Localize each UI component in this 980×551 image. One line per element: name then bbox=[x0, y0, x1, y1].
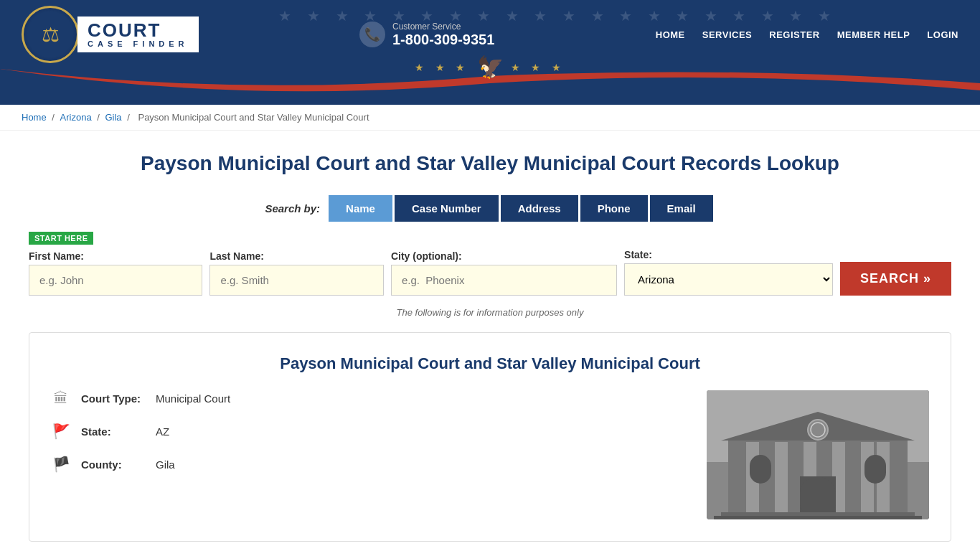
info-note: The following is for information purpose… bbox=[29, 307, 951, 318]
logo-badge-icon: ⚖ bbox=[42, 23, 60, 47]
svg-rect-14 bbox=[750, 455, 771, 484]
stars-right: ★ ★ ★ bbox=[511, 62, 566, 73]
tab-email[interactable]: Email bbox=[650, 195, 713, 222]
eagle-area: ★ ★ ★ 🦅 ★ ★ ★ bbox=[415, 55, 566, 80]
state-value: AZ bbox=[156, 425, 169, 438]
first-name-group: First Name: bbox=[29, 250, 202, 296]
courthouse-svg bbox=[707, 390, 929, 519]
start-here-badge: START HERE bbox=[29, 232, 93, 245]
last-name-group: Last Name: bbox=[209, 250, 383, 296]
state-label-card: State: bbox=[81, 425, 146, 438]
county-row: 🏴 County: Gila bbox=[51, 456, 685, 473]
tab-address[interactable]: Address bbox=[501, 195, 578, 222]
logo-court-text: COURT bbox=[88, 21, 161, 39]
customer-service-info: Customer Service 1-800-309-9351 bbox=[392, 22, 494, 48]
info-card: Payson Municipal Court and Star Valley M… bbox=[29, 332, 951, 542]
tab-name[interactable]: Name bbox=[329, 195, 392, 222]
county-icon: 🏴 bbox=[51, 456, 71, 473]
info-card-details: 🏛 Court Type: Municipal Court 🚩 State: A… bbox=[51, 390, 685, 519]
breadcrumb-current: Payson Municipal Court and Star Valley M… bbox=[138, 112, 369, 123]
court-type-icon: 🏛 bbox=[51, 390, 71, 407]
nav-login[interactable]: LOGIN bbox=[927, 29, 958, 40]
customer-service-label: Customer Service bbox=[392, 22, 494, 32]
wave-decoration: ★ ★ ★ 🦅 ★ ★ ★ bbox=[0, 69, 980, 105]
phone-icon: 📞 bbox=[359, 22, 385, 47]
breadcrumb-home[interactable]: Home bbox=[22, 112, 47, 123]
nav-services[interactable]: SERVICES bbox=[702, 29, 753, 40]
court-image bbox=[707, 390, 929, 519]
main-nav: HOME SERVICES REGISTER MEMBER HELP LOGIN bbox=[656, 29, 958, 40]
court-type-label: Court Type: bbox=[81, 392, 146, 405]
last-name-input[interactable] bbox=[209, 265, 383, 296]
breadcrumb-sep-2: / bbox=[97, 112, 102, 123]
info-card-title: Payson Municipal Court and Star Valley M… bbox=[51, 354, 929, 373]
stars-left: ★ ★ ★ bbox=[415, 62, 470, 73]
customer-service: 📞 Customer Service 1-800-309-9351 bbox=[359, 22, 494, 48]
logo-badge: ⚖ bbox=[22, 6, 79, 63]
state-icon: 🚩 bbox=[51, 423, 71, 440]
state-select[interactable]: AlabamaAlaskaArizonaArkansasCaliforniaCo… bbox=[624, 263, 833, 296]
search-by-label: Search by: bbox=[265, 202, 320, 215]
search-tabs-row: Search by: Name Case Number Address Phon… bbox=[29, 195, 951, 222]
breadcrumb: Home / Arizona / Gila / Payson Municipal… bbox=[0, 105, 980, 131]
county-value: Gila bbox=[156, 458, 175, 471]
phone-number: 1-800-309-9351 bbox=[392, 32, 494, 48]
breadcrumb-arizona[interactable]: Arizona bbox=[60, 112, 92, 123]
county-label: County: bbox=[81, 458, 146, 471]
tab-case-number[interactable]: Case Number bbox=[395, 195, 499, 222]
state-group: State: AlabamaAlaskaArizonaArkansasCalif… bbox=[624, 249, 833, 296]
svg-rect-15 bbox=[864, 455, 886, 484]
court-type-row: 🏛 Court Type: Municipal Court bbox=[51, 390, 685, 407]
nav-register[interactable]: REGISTER bbox=[769, 29, 819, 40]
logo: ⚖ COURT CASE FINDER bbox=[22, 6, 199, 63]
state-row: 🚩 State: AZ bbox=[51, 423, 685, 440]
court-type-value: Municipal Court bbox=[156, 392, 230, 405]
eagle-icon: 🦅 bbox=[477, 55, 504, 80]
breadcrumb-sep-3: / bbox=[127, 112, 132, 123]
last-name-label: Last Name: bbox=[209, 250, 383, 262]
svg-rect-5 bbox=[775, 442, 788, 519]
first-name-label: First Name: bbox=[29, 250, 202, 262]
logo-text: COURT CASE FINDER bbox=[77, 17, 199, 52]
breadcrumb-sep-1: / bbox=[52, 112, 57, 123]
nav-home[interactable]: HOME bbox=[656, 29, 685, 40]
city-label: City (optional): bbox=[391, 250, 617, 262]
tab-phone[interactable]: Phone bbox=[580, 195, 648, 222]
breadcrumb-gila[interactable]: Gila bbox=[105, 112, 121, 123]
search-fields-row: First Name: Last Name: City (optional): … bbox=[29, 249, 951, 296]
city-group: City (optional): bbox=[391, 250, 617, 296]
city-input[interactable] bbox=[391, 265, 617, 296]
logo-case-finder-text: CASE FINDER bbox=[88, 39, 189, 48]
nav-member-help[interactable]: MEMBER HELP bbox=[837, 29, 910, 40]
svg-rect-17 bbox=[714, 516, 922, 519]
first-name-input[interactable] bbox=[29, 265, 202, 296]
page-title: Payson Municipal Court and Star Valley M… bbox=[29, 152, 951, 175]
state-label: State: bbox=[624, 249, 833, 260]
info-card-body: 🏛 Court Type: Municipal Court 🚩 State: A… bbox=[51, 390, 929, 519]
search-button[interactable]: SEARCH » bbox=[840, 262, 951, 296]
search-form-area: START HERE First Name: Last Name: City (… bbox=[29, 232, 951, 296]
